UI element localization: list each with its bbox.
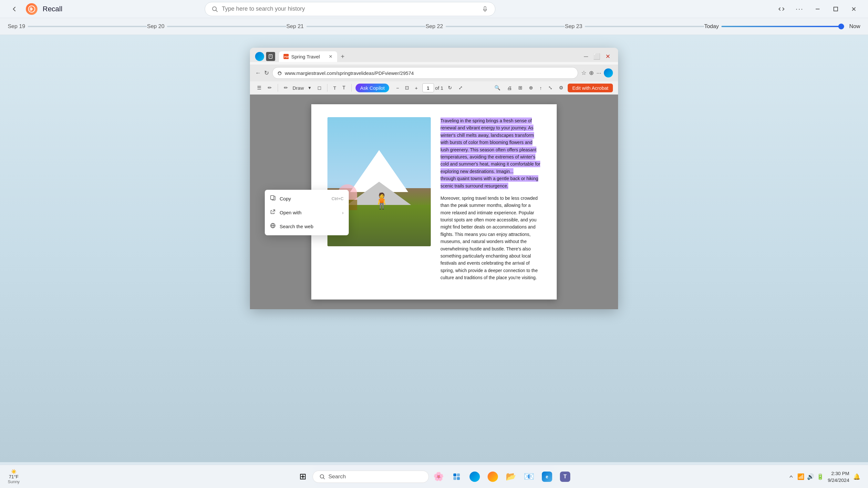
recall-search-box[interactable] (205, 2, 495, 16)
pdf-settings-tool[interactable]: ⚙ (557, 84, 565, 92)
timeline-today-track (721, 26, 844, 27)
refresh-button[interactable]: ↻ (264, 69, 269, 76)
timeline-sep21[interactable]: Sep 21 (286, 23, 426, 30)
pdf-add-tool[interactable]: ⊕ (527, 84, 535, 92)
pdf-highlighted-paragraph[interactable]: Traveling in the spring brings a fresh s… (440, 117, 540, 190)
context-menu-search-web[interactable]: Search the web (265, 220, 349, 233)
svg-rect-15 (271, 196, 274, 199)
browser-maximize-button[interactable]: ⬜ (593, 53, 600, 60)
svg-rect-22 (454, 477, 456, 480)
timeline-today-label: Today (704, 23, 719, 30)
page-number-input[interactable] (423, 83, 434, 92)
code-icon[interactable] (775, 3, 788, 15)
pdf-separator-2 (327, 84, 328, 92)
edit-with-acrobat-button[interactable]: Edit with Acrobat (568, 84, 613, 92)
bookmark-manager-icon[interactable] (266, 52, 275, 61)
collections-icon[interactable]: ⊕ (589, 69, 594, 76)
timeline-today[interactable]: Today Now (704, 23, 860, 30)
tab-close-button[interactable]: ✕ (329, 54, 333, 59)
more-options-icon[interactable]: ··· (793, 3, 806, 15)
browser-toolbar-right: ☆ ⊕ ··· (581, 68, 613, 77)
browser-minimize-button[interactable]: ─ (584, 53, 588, 60)
zoom-out-button[interactable]: − (394, 84, 401, 92)
back-button[interactable] (8, 3, 21, 15)
weather-icon: ☀️ (11, 469, 17, 474)
taskbar-audio-icon[interactable]: 🔊 (807, 473, 814, 480)
timeline-sep20[interactable]: Sep 20 (147, 23, 286, 30)
pdf-erase-tool[interactable]: ◻ (315, 84, 323, 92)
svg-point-2 (213, 7, 216, 11)
close-button[interactable] (847, 3, 860, 15)
taskbar-notification-icon[interactable]: 🔔 (853, 473, 860, 480)
highlighted-text: Traveling in the spring brings a fresh s… (440, 118, 540, 174)
context-menu-copy[interactable]: Copy Ctrl+C (265, 192, 349, 205)
timeline-now-label: Now (849, 23, 860, 30)
pdf-tab-icon: PDF (283, 54, 289, 59)
taskbar-start-button[interactable]: ⊞ (294, 468, 311, 485)
recall-search-input[interactable] (222, 5, 477, 12)
weather-condition: Sunny (8, 479, 20, 484)
microphone-icon[interactable] (482, 5, 489, 12)
taskbar-edge2[interactable]: e (538, 468, 555, 485)
pdf-rotate-tool[interactable]: ↻ (446, 84, 454, 92)
taskbar-widgets[interactable]: 🌸 (430, 468, 447, 485)
taskbar-search[interactable]: Search (313, 470, 429, 483)
tab-title: Spring Travel (291, 54, 320, 59)
taskbar-battery-icon[interactable]: 🔋 (817, 473, 824, 480)
browser-close-button[interactable]: ✕ (606, 53, 610, 60)
taskbar-search-label: Search (329, 474, 346, 480)
taskbar-clock[interactable]: 2:30 PM 9/24/2024 (828, 470, 849, 484)
browser-window: PDF Spring Travel ✕ + ─ ⬜ ✕ ← ↻ www.marg… (250, 48, 618, 309)
taskbar-date: 9/24/2024 (828, 477, 849, 484)
svg-point-13 (278, 72, 281, 75)
taskbar-up-arrow-icon[interactable] (787, 473, 795, 480)
zoom-in-button[interactable]: + (413, 84, 420, 92)
pdf-print-tool[interactable]: 🖨 (505, 84, 514, 92)
pdf-text-tool[interactable]: T (331, 84, 338, 92)
pdf-normal-paragraph: Moreover, spring travel tends to be less… (440, 195, 540, 282)
browser-tab[interactable]: PDF Spring Travel ✕ (279, 51, 337, 62)
taskbar-fileexplorer[interactable]: 📂 (502, 468, 519, 485)
svg-rect-20 (454, 474, 456, 476)
context-menu: Copy Ctrl+C Open with › Search the web (265, 190, 349, 235)
pdf-list-tool[interactable]: ☰ (255, 84, 263, 92)
pdf-search-tool[interactable]: 🔍 (492, 84, 502, 92)
pdf-draw-dropdown[interactable]: ▾ (306, 84, 313, 92)
fit-page-button[interactable]: ⊡ (403, 84, 411, 92)
timeline-sep22[interactable]: Sep 22 (426, 23, 565, 30)
new-tab-button[interactable]: + (337, 51, 348, 62)
taskbar-mail[interactable]: 📧 (521, 468, 537, 485)
taskbar-edge[interactable] (466, 468, 483, 485)
ask-copilot-button[interactable]: Ask Copilot (355, 84, 389, 92)
pdf-text2-tool[interactable]: Ꭲ (341, 84, 347, 92)
browser-favicon-edge (255, 52, 264, 61)
timeline-sep19-label: Sep 19 (8, 23, 25, 30)
back-nav-button[interactable]: ← (255, 70, 261, 76)
taskbar-taskview[interactable] (448, 468, 465, 485)
timeline-sep22-track (445, 26, 565, 27)
open-with-label: Open with (280, 210, 302, 215)
page-number-display: of 1 (423, 83, 443, 92)
taskbar-firefox[interactable] (485, 468, 501, 485)
pdf-share-tool[interactable]: ↑ (538, 84, 544, 92)
timeline-sep20-track (167, 26, 286, 27)
favorites-icon[interactable]: ☆ (581, 69, 586, 76)
timeline-sep19[interactable]: Sep 19 (8, 23, 147, 30)
taskbar: ☀️ 71°F Sunny ⊞ Search 🌸 📂 📧 e T (0, 465, 868, 488)
copy-label: Copy (280, 196, 291, 201)
taskbar-right: 📶 🔊 🔋 2:30 PM 9/24/2024 🔔 (787, 470, 860, 484)
more-icon[interactable]: ··· (596, 70, 601, 76)
address-bar[interactable]: www.margiestravel.com/springtravelideas/… (272, 67, 578, 79)
context-menu-open-with[interactable]: Open with › (265, 205, 349, 220)
pdf-expand2-tool[interactable]: ⤡ (547, 84, 554, 92)
taskbar-network-icon[interactable]: 📶 (797, 473, 804, 480)
pdf-draw-tool[interactable]: ✏ (282, 84, 290, 92)
pdf-expand-tool[interactable]: ⤢ (457, 84, 465, 92)
minimize-button[interactable] (811, 3, 824, 15)
maximize-button[interactable] (829, 3, 842, 15)
pdf-fit-tool[interactable]: ⊞ (516, 84, 524, 92)
browser-toolbar: ← ↻ www.margiestravel.com/springtravelid… (250, 65, 618, 82)
taskbar-teams[interactable]: T (557, 468, 574, 485)
timeline-sep23[interactable]: Sep 23 (565, 23, 704, 30)
pdf-select-tool[interactable]: ✏ (266, 84, 274, 92)
